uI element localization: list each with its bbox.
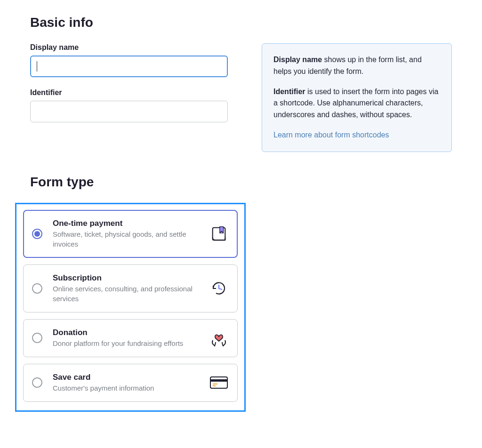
option-desc: Donor platform for your fundraising effo…	[53, 338, 203, 348]
info-display-name-label: Display name	[273, 56, 322, 64]
radio-icon	[32, 333, 42, 343]
identifier-label: Identifier	[30, 88, 228, 97]
info-panel: Display name shows up in the form list, …	[262, 43, 452, 152]
option-desc: Online services, consulting, and profess…	[53, 284, 203, 304]
book-icon	[209, 224, 229, 244]
info-identifier-label: Identifier	[273, 88, 305, 96]
option-title: Subscription	[53, 273, 203, 283]
form-type-option-onetime[interactable]: One-time payment Software, ticket, physi…	[23, 210, 238, 258]
form-type-option-savecard[interactable]: Save card Customer's payment information	[23, 364, 238, 402]
display-name-label: Display name	[30, 43, 228, 52]
form-type-title: Form type	[30, 175, 452, 190]
text-cursor-icon	[37, 61, 37, 72]
option-title: Save card	[53, 373, 203, 382]
option-title: One-time payment	[53, 219, 203, 228]
form-type-option-subscription[interactable]: Subscription Online services, consulting…	[23, 264, 238, 312]
option-desc: Software, ticket, physical goods, and se…	[53, 229, 203, 249]
learn-more-link[interactable]: Learn more about form shortcodes	[273, 131, 389, 139]
form-type-option-donation[interactable]: Donation Donor platform for your fundrai…	[23, 319, 238, 357]
svg-rect-3	[210, 379, 227, 382]
credit-card-icon	[209, 373, 229, 392]
history-clock-icon	[209, 279, 229, 298]
highlight-box: One-time payment Software, ticket, physi…	[15, 203, 246, 412]
identifier-input[interactable]	[30, 101, 228, 122]
basic-info-title: Basic info	[30, 15, 452, 30]
option-title: Donation	[53, 328, 203, 337]
radio-icon	[32, 283, 42, 294]
svg-rect-2	[210, 377, 227, 388]
hands-heart-icon	[209, 328, 229, 348]
radio-icon	[32, 229, 42, 239]
display-name-input[interactable]	[30, 56, 228, 77]
radio-icon	[32, 377, 42, 388]
option-desc: Customer's payment information	[53, 383, 203, 393]
